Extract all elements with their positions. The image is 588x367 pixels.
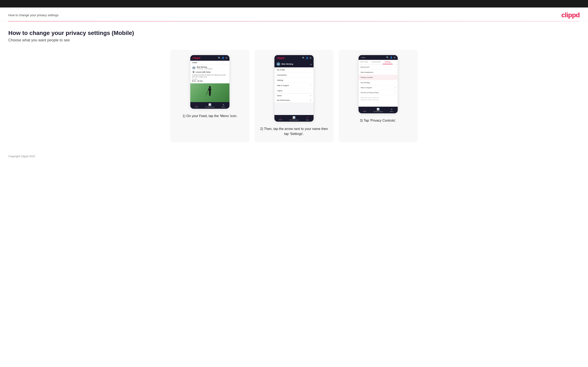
phone1-content: BM Blair McHarg Yesterday · Sunningdale … [190, 65, 229, 102]
search-icon: 🔍 [218, 57, 221, 59]
svg-line-6 [206, 90, 208, 95]
chevron-down-icon: ▾ [310, 95, 311, 97]
chart-icon: 📊 [293, 116, 295, 119]
step-2-card: clippd 🔍 👤 ⚙ BM Blair McHarg [254, 50, 334, 142]
home-label: Home [195, 106, 198, 108]
nav-menu: ≡ Menu [390, 108, 393, 112]
duration-label: Duration [192, 78, 228, 80]
duration-value: 01 hr : 30 min [192, 80, 228, 82]
nav-menu: ≡ Menu [222, 103, 225, 108]
dropdown-user-row: BM Blair McHarg ▴ [274, 61, 314, 67]
dropdown-username: Blair McHarg [282, 63, 293, 65]
home-label: Home [279, 119, 282, 120]
header-title: How to change your privacy settings [8, 13, 59, 17]
menu-label: Menu [306, 119, 309, 121]
settings-item-mygolfbag: My Golf Bag › [359, 80, 398, 85]
dropdown-section: Home ▾ My Performance ▾ [274, 93, 314, 102]
step-1-card: clippd 🔍 👤 ⚙ Feed BM Blair [170, 50, 250, 142]
back-button: ‹ Back [361, 57, 365, 58]
menu-item-settings: Settings [274, 78, 314, 83]
settings-list: My Account › Data Integrations › Privacy… [359, 65, 398, 95]
chevron-right-icon: › [395, 66, 396, 68]
step-3-card: ‹ Back 🔍 👤 ⚙ My Profile Connections Sett… [338, 50, 418, 142]
performance-label: My Performance [373, 111, 383, 112]
section-item-home: Home ▾ [274, 93, 314, 98]
phone1-feed-tab: Feed [190, 61, 229, 65]
menu-label: Menu [222, 106, 225, 108]
phone2-appbar: clippd 🔍 👤 ⚙ [274, 55, 314, 61]
feed-user-sub: Yesterday · Sunningdale [197, 68, 213, 69]
chevron-right-icon: › [395, 76, 396, 78]
home-icon: ⌂ [280, 116, 281, 119]
home-icon: ⌂ [364, 108, 365, 110]
menu-item-myprofile: My Profile [274, 67, 314, 73]
user-avatar: BM [277, 62, 280, 66]
settings-item-dataintegrations: Data Integrations › [359, 70, 398, 75]
performance-label: My Performance [205, 107, 215, 108]
phone1-icons: 🔍 👤 ⚙ [218, 57, 227, 59]
tab-myprofile[interactable]: My Profile [359, 60, 370, 64]
feed-username: Blair McHarg [197, 66, 213, 68]
golfer-silhouette [206, 85, 214, 100]
step-1-caption: 1) On your Feed, tap the 'Menu' icon. [182, 114, 237, 118]
lesson-icon: 📹 [192, 70, 195, 73]
phone2-logo: clippd [277, 56, 285, 59]
copyright: Copyright Clippd 2022 [8, 155, 35, 158]
nav-menu: ✕ Menu [306, 116, 309, 121]
section-item-performance: My Performance ▾ [274, 98, 314, 102]
nav-home: ⌂ Home [195, 103, 198, 108]
tab-settings[interactable]: Settings [383, 60, 392, 64]
menu-item-logout: Logout [274, 88, 314, 93]
back-chevron-icon: ‹ [361, 57, 361, 58]
logo: clippd [561, 11, 580, 19]
lesson-desc: Looking to feel like my hands are exitin… [192, 74, 228, 78]
phone-mockup-2: clippd 🔍 👤 ⚙ BM Blair McHarg [274, 55, 314, 122]
phone1-logo: clippd [192, 56, 200, 59]
feed-card: BM Blair McHarg Yesterday · Sunningdale … [190, 65, 229, 83]
menu-item-help: Help & Support ↗ [274, 83, 314, 88]
phone3-bottom-nav: ⌂ Home 📊 My Performance ≡ Menu [359, 107, 398, 113]
home-icon: ⌂ [196, 103, 197, 106]
main-content: How to change your privacy settings (Mob… [0, 21, 588, 150]
feed-user-row: BM Blair McHarg Yesterday · Sunningdale [192, 66, 228, 70]
nav-performance: 📊 My Performance [205, 103, 215, 108]
search-icon: 🔍 [302, 57, 305, 59]
golf-image [190, 83, 229, 102]
tab-connections[interactable]: Connections [370, 60, 383, 64]
home-label: Home [363, 111, 366, 112]
avatar: BM [192, 66, 196, 70]
dropdown-overlay: BM Blair McHarg ▴ My Profile Connections [274, 61, 314, 115]
nav-home: ⌂ Home [363, 108, 366, 112]
feed-lesson-row: 📹 Lesson with Fordy [192, 70, 228, 73]
menu-item-connections: Connections [274, 73, 314, 78]
external-link-icon: ↗ [394, 92, 396, 93]
user-icon: 👤 [390, 56, 392, 59]
page-footer: Copyright Clippd 2022 [0, 150, 588, 164]
dropdown-menu-list: My Profile Connections Settings Help & S… [274, 67, 314, 93]
step-3-caption: 3) Tap 'Privacy Controls'. [360, 118, 397, 123]
user-icon: 👤 [306, 57, 308, 59]
top-bar [0, 0, 588, 8]
chevron-up-icon: ▴ [311, 63, 311, 65]
user-icon: 👤 [222, 57, 224, 59]
client-version: Clippd Client Version: 2022.8.3-3 [361, 97, 396, 99]
settings-item-myaccount: My Account › [359, 65, 398, 70]
header: How to change your privacy settings clip… [0, 8, 588, 21]
profile-tabs: My Profile Connections Settings [359, 60, 398, 65]
page-heading: How to change your privacy settings (Mob… [8, 30, 580, 36]
settings-item-service: Service & Privacy Policy ↗ [359, 90, 398, 95]
chevron-right-icon: › [395, 82, 396, 83]
nav-performance: 📊 My Performance [373, 108, 383, 112]
chart-icon: 📊 [377, 108, 380, 111]
search-icon: 🔍 [386, 56, 389, 59]
performance-label: My Performance [289, 119, 299, 121]
menu-icon: ≡ [223, 103, 224, 106]
phone2-icons: 🔍 👤 ⚙ [302, 57, 311, 59]
settings-icon: ⚙ [225, 57, 227, 59]
nav-home: ⌂ Home [279, 116, 282, 121]
chevron-right-icon: › [395, 71, 396, 73]
blurred-bg [274, 102, 314, 115]
settings-item-privacycontrols[interactable]: Privacy Controls › [359, 75, 398, 80]
phone2-bottom-nav: ⌂ Home 📊 My Performance ✕ Menu [274, 115, 314, 122]
spacer [359, 102, 398, 107]
